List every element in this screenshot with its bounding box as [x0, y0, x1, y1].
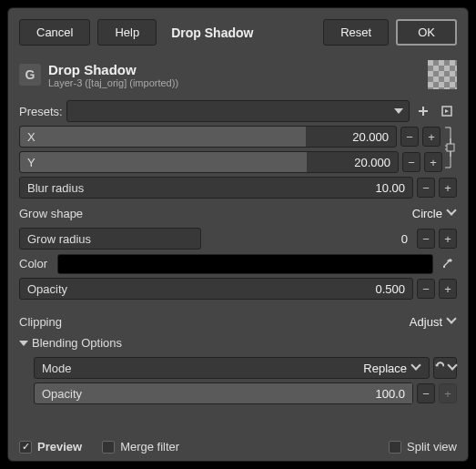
growshape-label: Grow shape	[19, 207, 412, 220]
y-decrement-button[interactable]: −	[402, 152, 420, 172]
growradius-label: Grow radius	[27, 232, 193, 246]
opacity-value: 0.500	[375, 282, 405, 296]
preview-checkbox[interactable]	[19, 441, 32, 454]
bopacity-input[interactable]: Opacity 100.0	[34, 382, 413, 404]
mode-row: Mode Replace	[34, 357, 457, 379]
chevron-down-icon	[449, 363, 456, 372]
growradius-input[interactable]: Grow radius	[19, 228, 201, 250]
dialog-title: Drop Shadow	[164, 25, 316, 40]
presets-row: Presets:	[19, 100, 457, 122]
presets-label: Presets:	[19, 101, 63, 122]
mode-value: Replace	[363, 362, 407, 375]
layer-info: Layer-3 ([taj_orig] (imported))	[48, 77, 420, 88]
blur-label: Blur radius	[27, 181, 375, 195]
ok-button[interactable]: OK	[396, 19, 457, 46]
merge-checkbox[interactable]	[102, 441, 115, 454]
color-swatch[interactable]	[57, 254, 433, 274]
chevron-down-icon	[412, 363, 421, 372]
x-increment-button[interactable]: +	[422, 127, 441, 147]
mode-combo[interactable]: Mode Replace	[34, 357, 430, 379]
blur-value: 10.00	[375, 181, 405, 195]
y-label: Y	[27, 156, 354, 169]
split-checkbox[interactable]	[389, 441, 401, 454]
y-value: 20.000	[354, 156, 390, 169]
expander-triangle-icon	[19, 341, 28, 346]
bopacity-increment-button: +	[439, 383, 457, 403]
y-input[interactable]: Y 20.000	[19, 151, 399, 173]
blur-input[interactable]: Blur radius 10.00	[19, 177, 413, 199]
header: G Drop Shadow Layer-3 ([taj_orig] (impor…	[8, 56, 468, 97]
clipping-value: Adjust	[410, 315, 442, 329]
bopacity-value: 100.0	[375, 387, 405, 401]
bopacity-decrement-button[interactable]: −	[417, 383, 435, 403]
filter-name: Drop Shadow	[48, 62, 420, 77]
blending-content: Mode Replace Opacity 100.0 − +	[19, 357, 457, 404]
split-label: Split view	[407, 440, 457, 454]
mode-switch-button[interactable]	[433, 357, 457, 379]
opacity-label: Opacity	[27, 282, 375, 296]
svg-rect-1	[447, 144, 454, 151]
color-row: Color	[19, 253, 457, 274]
add-preset-button[interactable]	[413, 101, 433, 121]
footer: Preview Merge filter Split view	[8, 433, 468, 461]
header-text: Drop Shadow Layer-3 ([taj_orig] (importe…	[48, 62, 420, 88]
growradius-increment-button[interactable]: +	[439, 229, 457, 249]
color-label: Color	[19, 253, 54, 274]
blur-decrement-button[interactable]: −	[417, 178, 435, 198]
filter-icon: G	[19, 64, 41, 86]
clipping-label: Clipping	[19, 315, 410, 329]
growradius-decrement-button[interactable]: −	[417, 229, 435, 249]
dialog-body: Presets: X 20.000 − +	[8, 97, 468, 433]
growshape-value: Circle	[412, 207, 442, 220]
blending-expander[interactable]: Blending Options	[19, 332, 457, 353]
y-increment-button[interactable]: +	[424, 152, 442, 172]
opacity-input[interactable]: Opacity 0.500	[19, 278, 413, 300]
growradius-value: 0	[401, 232, 408, 246]
presets-combo[interactable]	[66, 100, 410, 122]
merge-label: Merge filter	[120, 440, 179, 454]
link-xy-icon[interactable]	[444, 126, 457, 148]
clipping-row[interactable]: Clipping Adjust	[19, 311, 457, 332]
dialog-window: Cancel Help Drop Shadow Reset OK G Drop …	[7, 7, 469, 462]
y-row: Y 20.000 − +	[19, 151, 457, 173]
growradius-row: Grow radius 0 − +	[19, 228, 457, 250]
reset-button[interactable]: Reset	[323, 19, 389, 46]
x-value: 20.000	[352, 130, 389, 144]
eyedropper-button[interactable]	[437, 254, 457, 274]
bopacity-row: Opacity 100.0 − +	[34, 382, 457, 404]
help-button[interactable]: Help	[97, 19, 157, 46]
preview-thumbnail	[428, 60, 457, 89]
bopacity-label: Opacity	[42, 387, 375, 401]
x-input[interactable]: X 20.000	[19, 126, 397, 148]
chevron-down-icon	[394, 108, 403, 114]
preview-label: Preview	[37, 440, 82, 454]
x-row: X 20.000 − +	[19, 126, 457, 148]
chevron-down-icon	[448, 209, 457, 218]
x-decrement-button[interactable]: −	[400, 127, 419, 147]
opacity-increment-button[interactable]: +	[439, 279, 457, 299]
blur-increment-button[interactable]: +	[439, 178, 457, 198]
opacity-row: Opacity 0.500 − +	[19, 278, 457, 300]
opacity-decrement-button[interactable]: −	[417, 279, 435, 299]
blur-row: Blur radius 10.00 − +	[19, 177, 457, 199]
mode-label: Mode	[42, 362, 363, 375]
cancel-button[interactable]: Cancel	[19, 19, 90, 46]
blending-label: Blending Options	[32, 336, 122, 350]
x-label: X	[27, 130, 352, 144]
manage-presets-button[interactable]	[437, 101, 457, 121]
chevron-down-icon	[448, 317, 457, 326]
growshape-row[interactable]: Grow shape Circle	[19, 202, 457, 224]
title-bar: Cancel Help Drop Shadow Reset OK	[8, 8, 468, 56]
